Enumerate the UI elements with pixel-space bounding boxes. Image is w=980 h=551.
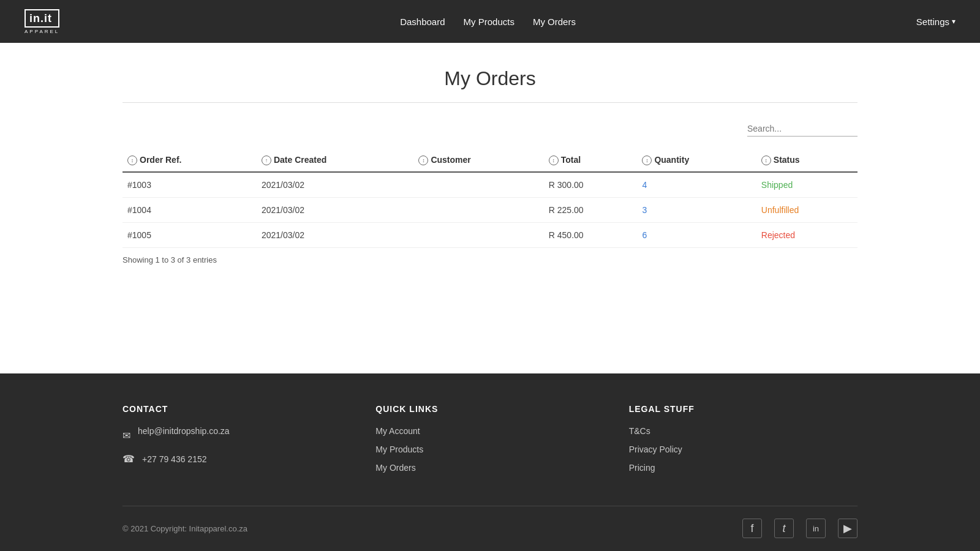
sort-icon-status: ↕	[761, 156, 771, 165]
cell-quantity: 3	[637, 198, 756, 223]
phone-icon: ☎	[123, 453, 135, 465]
instagram-icon[interactable]: in	[806, 519, 826, 538]
cell-quantity: 6	[637, 223, 756, 248]
twitter-icon[interactable]: t	[774, 519, 794, 538]
col-quantity: ↕Quantity	[637, 149, 756, 172]
sort-icon-customer: ↕	[418, 156, 428, 165]
cell-status: Unfulfilled	[756, 198, 858, 223]
entries-info: Showing 1 to 3 of 3 entries	[123, 255, 858, 264]
footer-grid: CONTACT ✉ help@initdropship.co.za ☎ +27 …	[123, 404, 858, 481]
contact-email[interactable]: help@initdropship.co.za	[138, 426, 230, 436]
footer-bottom: © 2021 Copyright: Initapparel.co.za f t …	[123, 506, 858, 538]
quick-link-my-orders[interactable]: My Orders	[375, 463, 604, 473]
cell-status: Shipped	[756, 172, 858, 198]
contact-phone: +27 79 436 2152	[142, 454, 207, 464]
cell-total: R 225.00	[544, 198, 638, 223]
table-header-row: ↕Order Ref. ↑Date Created ↕Customer ↕Tot…	[123, 149, 858, 172]
table-row: #1005 2021/03/02 R 450.00 6 Rejected	[123, 223, 858, 248]
cell-customer	[413, 172, 543, 198]
email-icon: ✉	[123, 430, 130, 441]
legal-pricing[interactable]: Pricing	[629, 463, 858, 473]
sort-icon-total: ↕	[549, 156, 559, 165]
cell-total: R 450.00	[544, 223, 638, 248]
logo-text: in.it	[24, 9, 59, 28]
legal-heading: LEGAL STUFF	[629, 404, 858, 414]
site-header: in.it APPAREL Dashboard My Products My O…	[0, 0, 980, 43]
sort-icon-order-ref: ↕	[127, 156, 137, 165]
cell-date: 2021/03/02	[257, 223, 413, 248]
cell-total: R 300.00	[544, 172, 638, 198]
page-divider	[123, 102, 858, 103]
cell-order-ref: #1003	[123, 172, 257, 198]
sort-icon-date: ↑	[262, 156, 271, 165]
footer-quick-links: QUICK LINKS My Account My Products My Or…	[375, 404, 604, 481]
contact-phone-row: ☎ +27 79 436 2152	[123, 453, 351, 465]
footer-contact: CONTACT ✉ help@initdropship.co.za ☎ +27 …	[123, 404, 351, 481]
col-date-created: ↑Date Created	[257, 149, 413, 172]
cell-order-ref: #1004	[123, 198, 257, 223]
contact-heading: CONTACT	[123, 404, 351, 414]
legal-tcs[interactable]: T&Cs	[629, 426, 858, 436]
nav-my-products[interactable]: My Products	[464, 17, 514, 27]
facebook-icon[interactable]: f	[742, 519, 762, 538]
settings-button[interactable]: Settings	[916, 17, 956, 27]
main-nav: Dashboard My Products My Orders	[400, 17, 576, 27]
nav-my-orders[interactable]: My Orders	[533, 17, 576, 27]
contact-email-row: ✉ help@initdropship.co.za	[123, 426, 351, 444]
orders-table: ↕Order Ref. ↑Date Created ↕Customer ↕Tot…	[123, 149, 858, 248]
quick-link-my-account[interactable]: My Account	[375, 426, 604, 436]
search-row	[123, 121, 858, 137]
social-icons: f t in ▶	[742, 519, 858, 538]
search-input[interactable]	[747, 121, 858, 137]
cell-customer	[413, 198, 543, 223]
col-customer: ↕Customer	[413, 149, 543, 172]
cell-status: Rejected	[756, 223, 858, 248]
cell-order-ref: #1005	[123, 223, 257, 248]
site-footer: CONTACT ✉ help@initdropship.co.za ☎ +27 …	[0, 373, 980, 551]
copyright: © 2021 Copyright: Initapparel.co.za	[123, 524, 247, 533]
cell-date: 2021/03/02	[257, 198, 413, 223]
logo[interactable]: in.it APPAREL	[24, 9, 59, 34]
cell-customer	[413, 223, 543, 248]
sort-icon-quantity: ↕	[642, 156, 652, 165]
col-status: ↕Status	[756, 149, 858, 172]
youtube-icon[interactable]: ▶	[838, 519, 858, 538]
col-total: ↕Total	[544, 149, 638, 172]
main-content: My Orders ↕Order Ref. ↑Date Created ↕Cus…	[0, 43, 980, 373]
footer-legal: LEGAL STUFF T&Cs Privacy Policy Pricing	[629, 404, 858, 481]
col-order-ref: ↕Order Ref.	[123, 149, 257, 172]
table-row: #1003 2021/03/02 R 300.00 4 Shipped	[123, 172, 858, 198]
quick-link-my-products[interactable]: My Products	[375, 444, 604, 454]
page-title: My Orders	[123, 67, 858, 90]
logo-sub: APPAREL	[24, 29, 59, 34]
table-row: #1004 2021/03/02 R 225.00 3 Unfulfilled	[123, 198, 858, 223]
legal-privacy[interactable]: Privacy Policy	[629, 444, 858, 454]
quick-links-heading: QUICK LINKS	[375, 404, 604, 414]
nav-dashboard[interactable]: Dashboard	[400, 17, 445, 27]
cell-date: 2021/03/02	[257, 172, 413, 198]
cell-quantity: 4	[637, 172, 756, 198]
